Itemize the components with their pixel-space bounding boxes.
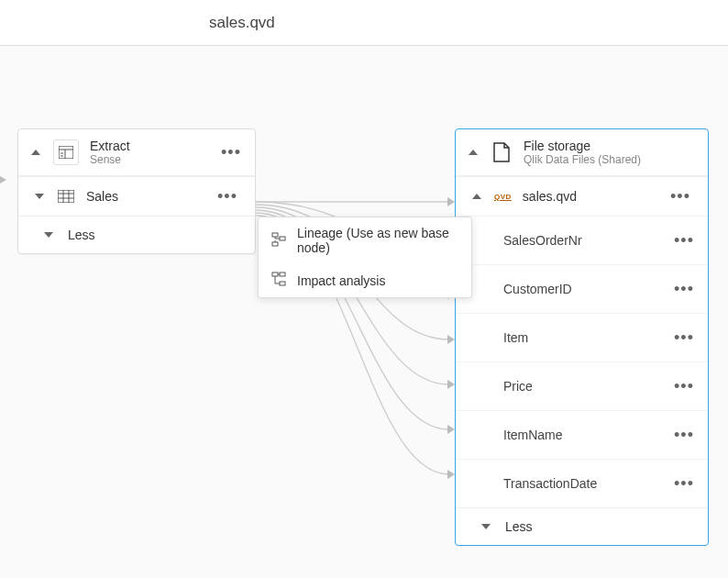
field-more-button[interactable]: •••	[671, 375, 697, 397]
less-label: Less	[505, 519, 533, 534]
source-subtitle: Sense	[90, 153, 207, 166]
source-less-button[interactable]: Less	[18, 216, 255, 253]
field-more-button[interactable]: •••	[671, 278, 697, 300]
menu-impact-label: Impact analysis	[297, 273, 385, 288]
lineage-icon	[271, 232, 286, 250]
impact-icon	[271, 272, 286, 289]
source-table-label: Sales	[86, 189, 204, 204]
field-label: ItemName	[503, 428, 563, 442]
context-menu: Lineage (Use as new base node) Impact an…	[258, 217, 472, 298]
svg-rect-12	[58, 190, 74, 203]
svg-rect-19	[272, 242, 278, 246]
svg-rect-18	[280, 237, 285, 240]
source-title: Extract	[90, 139, 207, 153]
lineage-canvas: Extract Sense ••• Sales ••• Less Lineage…	[0, 46, 728, 578]
more-icon: •••	[674, 480, 694, 487]
target-card-header: File storage Qlik Data Files (Shared)	[456, 129, 708, 176]
upstream-arrow-icon	[0, 175, 6, 184]
source-table-more-button[interactable]: •••	[215, 185, 240, 207]
target-file-row[interactable]: QVD sales.qvd •••	[456, 176, 708, 216]
target-node-card: File storage Qlik Data Files (Shared) QV…	[455, 128, 709, 546]
field-label: Price	[503, 379, 533, 394]
app-icon	[53, 139, 79, 165]
collapse-toggle-icon[interactable]	[467, 146, 480, 159]
svg-rect-21	[280, 272, 285, 276]
svg-rect-22	[280, 282, 285, 285]
more-icon: •••	[221, 149, 241, 156]
chevron-down-icon	[42, 228, 55, 241]
field-label: Item	[503, 330, 528, 345]
menu-lineage-label: Lineage (Use as new base node)	[297, 226, 458, 255]
field-row[interactable]: TransactionDate •••	[456, 459, 708, 507]
target-title: File storage	[524, 139, 697, 153]
target-file-more-button[interactable]: •••	[667, 185, 693, 207]
qvd-icon: QVD	[494, 193, 512, 201]
field-more-button[interactable]: •••	[671, 424, 697, 446]
more-icon: •••	[674, 237, 694, 244]
field-row[interactable]: CustomerID •••	[456, 264, 708, 313]
more-icon: •••	[674, 383, 694, 390]
svg-rect-17	[272, 233, 278, 237]
field-row[interactable]: Price •••	[456, 361, 708, 410]
field-label: TransactionDate	[503, 476, 597, 491]
table-icon	[57, 187, 75, 206]
svg-rect-7	[59, 146, 73, 159]
field-row[interactable]: Item •••	[456, 313, 708, 361]
field-more-button[interactable]: •••	[671, 229, 697, 251]
collapse-toggle-icon[interactable]	[470, 190, 483, 203]
source-more-button[interactable]: •••	[218, 141, 244, 163]
svg-marker-6	[447, 470, 455, 479]
more-icon: •••	[670, 193, 690, 200]
more-icon: •••	[674, 334, 694, 341]
field-label: SalesOrderNr	[503, 233, 582, 248]
field-row[interactable]: ItemName •••	[456, 410, 708, 459]
target-file-label: sales.qvd	[523, 189, 656, 204]
field-more-button[interactable]: •••	[671, 472, 697, 495]
menu-lineage[interactable]: Lineage (Use as new base node)	[259, 217, 471, 263]
collapse-toggle-icon[interactable]	[29, 146, 42, 159]
svg-marker-4	[447, 380, 455, 389]
menu-impact-analysis[interactable]: Impact analysis	[259, 263, 471, 297]
field-more-button[interactable]: •••	[671, 327, 697, 349]
more-icon: •••	[217, 193, 237, 200]
field-label: CustomerID	[503, 282, 572, 296]
svg-marker-3	[447, 335, 455, 344]
less-label: Less	[68, 228, 95, 242]
svg-marker-5	[447, 425, 455, 434]
more-icon: •••	[674, 285, 694, 293]
source-card-header: Extract Sense •••	[18, 129, 255, 176]
target-less-button[interactable]: Less	[456, 507, 708, 545]
svg-marker-0	[447, 197, 455, 206]
expand-toggle-icon[interactable]	[33, 190, 46, 203]
source-node-card: Extract Sense ••• Sales ••• Less	[17, 128, 256, 254]
field-row[interactable]: SalesOrderNr •••	[456, 216, 708, 264]
target-subtitle: Qlik Data Files (Shared)	[524, 153, 697, 166]
source-table-row[interactable]: Sales •••	[18, 176, 255, 216]
chevron-down-icon	[480, 520, 492, 533]
page-header: sales.qvd	[0, 0, 728, 46]
page-title: sales.qvd	[209, 14, 275, 32]
file-icon	[491, 141, 513, 163]
more-icon: •••	[674, 431, 694, 439]
svg-rect-20	[272, 272, 278, 276]
